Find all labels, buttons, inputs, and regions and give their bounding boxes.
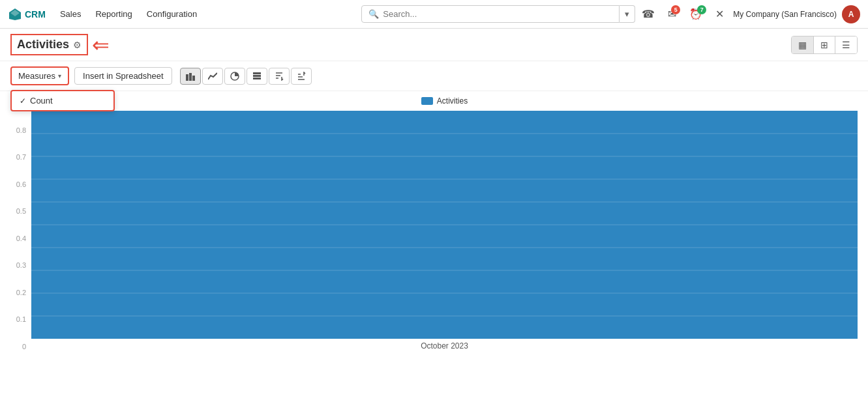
- bar-chart-button[interactable]: [180, 68, 201, 85]
- check-icon: ✓: [20, 96, 26, 106]
- y-label-02: 0.2: [16, 289, 26, 296]
- search-input[interactable]: [383, 9, 612, 19]
- chart-content: Activities October 2023: [31, 96, 858, 350]
- phone-icon: ☎: [642, 8, 655, 20]
- measures-button[interactable]: Measures ▾: [10, 66, 69, 85]
- stack-chart-button[interactable]: [247, 68, 267, 85]
- list-view-button[interactable]: ☰: [835, 36, 857, 53]
- clock-icon-btn[interactable]: ⏰ 7: [685, 5, 706, 23]
- measures-label: Measures: [18, 71, 55, 81]
- y-label-07: 0.7: [16, 153, 26, 161]
- company-name[interactable]: My Company (San Francisco): [733, 10, 837, 19]
- page-header: Activities ⚙ ⇐ ▦ ⊞ ☰: [0, 29, 868, 61]
- svg-rect-3: [189, 73, 192, 81]
- red-arrow-indicator: ⇐: [92, 35, 110, 55]
- nav-sales[interactable]: Sales: [53, 5, 88, 23]
- count-label: Count: [30, 96, 53, 106]
- caret-icon: ▾: [58, 72, 61, 79]
- y-label-05: 0.5: [16, 207, 26, 215]
- navbar: CRM Sales Reporting Configuration 🔍 ▾ ☎ …: [0, 0, 868, 29]
- navbar-right: ☎ ✉ 5 ⏰ 7 ✕ My Company (San Francisco) A: [638, 5, 860, 23]
- legend-label: Activities: [437, 96, 468, 106]
- list-icon: ☰: [842, 40, 850, 50]
- chart-bar: [31, 111, 858, 339]
- legend-color-swatch: [421, 97, 433, 105]
- logo[interactable]: CRM: [8, 7, 46, 21]
- message-badge: 5: [671, 5, 680, 14]
- line-chart-icon: [208, 72, 217, 81]
- svg-rect-4: [192, 76, 195, 81]
- chart-area: 0.9 0.8 0.7 0.6 0.5 0.4 0.3 0.2 0.1 0 Ac…: [0, 91, 868, 350]
- grid-view-button[interactable]: ⊞: [814, 36, 835, 53]
- svg-rect-6: [253, 72, 261, 74]
- svg-rect-8: [253, 78, 261, 79]
- nav-configuration[interactable]: Configuration: [140, 5, 203, 23]
- sort-asc-button[interactable]: [291, 68, 312, 85]
- y-label-06: 0.6: [16, 180, 26, 188]
- page-title: Activities: [17, 38, 69, 51]
- x-axis-label: October 2023: [31, 341, 858, 350]
- count-option[interactable]: ✓ Count: [12, 91, 113, 110]
- crm-label: CRM: [25, 9, 46, 20]
- stack-chart-icon: [252, 72, 262, 81]
- search-dropdown-button[interactable]: ▾: [620, 5, 635, 23]
- svg-rect-7: [253, 75, 261, 77]
- grid-lines: [31, 111, 858, 339]
- bar-chart-icon: ▦: [798, 40, 807, 50]
- tools-icon: ✕: [715, 8, 724, 20]
- bar-chart-icon: [186, 72, 195, 81]
- settings-gear-icon[interactable]: ⚙: [73, 40, 82, 50]
- tools-icon-btn[interactable]: ✕: [711, 5, 728, 23]
- sort-asc-icon: [297, 72, 306, 81]
- user-avatar[interactable]: A: [842, 5, 860, 23]
- pie-chart-icon: [230, 72, 239, 81]
- search-icon: 🔍: [368, 9, 379, 19]
- nav-reporting[interactable]: Reporting: [89, 5, 138, 23]
- nav-menu: Sales Reporting Configuration: [53, 5, 359, 23]
- search-area: 🔍 ▾: [361, 5, 635, 23]
- toolbar: Measures ▾ Insert in Spreadsheet: [0, 61, 868, 91]
- y-label-00: 0: [22, 343, 26, 350]
- bar-view-button[interactable]: ▦: [792, 36, 814, 53]
- search-bar: 🔍: [361, 5, 620, 23]
- y-label-03: 0.3: [16, 261, 26, 269]
- line-chart-button[interactable]: [202, 68, 223, 85]
- phone-icon-btn[interactable]: ☎: [638, 5, 659, 23]
- pie-chart-button[interactable]: [224, 68, 245, 85]
- grid-icon: ⊞: [820, 40, 828, 50]
- y-label-04: 0.4: [16, 235, 26, 242]
- sort-desc-icon: [275, 72, 284, 81]
- insert-spreadsheet-button[interactable]: Insert in Spreadsheet: [74, 67, 172, 85]
- y-axis: 0.9 0.8 0.7 0.6 0.5 0.4 0.3 0.2 0.1 0: [10, 96, 31, 350]
- crm-logo-icon: [8, 7, 22, 21]
- svg-rect-2: [186, 74, 188, 81]
- activities-title-box: Activities ⚙: [10, 34, 88, 55]
- y-label-01: 0.1: [16, 315, 26, 323]
- view-toggle-buttons: ▦ ⊞ ☰: [791, 36, 858, 54]
- chart-legend: Activities: [31, 96, 858, 106]
- measures-dropdown: ✓ Count: [10, 90, 115, 111]
- clock-badge: 7: [697, 5, 706, 14]
- sort-desc-button[interactable]: [269, 68, 290, 85]
- y-label-08: 0.8: [16, 126, 26, 134]
- message-icon-btn[interactable]: ✉ 5: [664, 5, 680, 23]
- chart-type-buttons: [180, 68, 312, 85]
